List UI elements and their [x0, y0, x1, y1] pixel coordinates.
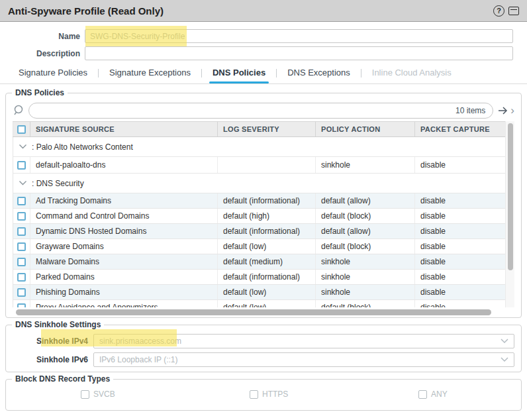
dns-policies-table-body: : Palo Alto Networks Contentdefault-palo…	[13, 137, 506, 308]
dns-policies-table: SIGNATURE SOURCE LOG SEVERITY POLICY ACT…	[13, 121, 506, 307]
svcb-checkbox-item: SVCB	[81, 390, 115, 399]
cell-packet-capture: disable	[415, 300, 506, 308]
cell-packet-capture: disable	[415, 239, 506, 254]
tab-separator	[201, 69, 202, 78]
sinkhole-ipv6-label: Sinkhole IPv6	[13, 355, 93, 364]
cell-policy-action: default (allow)	[316, 193, 415, 209]
dns-sinkhole-legend: DNS Sinkhole Settings	[12, 320, 104, 329]
cell-signature-source: Ad Tracking Domains	[30, 193, 218, 209]
cell-packet-capture: disable	[415, 224, 506, 239]
sinkhole-ipv6-value: IPv6 Loopback IP (::1)	[99, 355, 501, 364]
table-row[interactable]: Parked Domainsdefault (informational)sin…	[13, 270, 506, 285]
tab-dns-policies[interactable]: DNS Policies	[203, 64, 275, 83]
cell-log-severity: default (informational)	[218, 270, 316, 285]
table-row[interactable]: Command and Control Domainsdefault (high…	[13, 209, 506, 224]
select-all-checkbox[interactable]	[17, 125, 26, 134]
row-checkbox[interactable]	[17, 197, 26, 205]
name-input[interactable]: SWG-DNS-Security-Profile	[85, 29, 513, 43]
row-checkbox[interactable]	[17, 161, 26, 170]
tab-separator	[361, 69, 361, 78]
forward-arrow-icon[interactable]	[497, 106, 509, 115]
search-icon[interactable]	[13, 104, 26, 117]
chevron-down-icon[interactable]	[19, 144, 27, 150]
cell-packet-capture: disable	[415, 254, 506, 270]
cell-packet-capture: disable	[415, 285, 506, 300]
table-header-row: SIGNATURE SOURCE LOG SEVERITY POLICY ACT…	[13, 122, 506, 137]
row-checkbox[interactable]	[17, 242, 26, 251]
svcb-checkbox[interactable]	[81, 390, 89, 399]
cell-log-severity: default (low)	[218, 300, 316, 308]
cell-packet-capture: disable	[415, 157, 506, 174]
block-dns-panel: Block DNS Record Types SVCB HTTPS ANY	[5, 379, 522, 411]
tab-dns-exceptions[interactable]: DNS Exceptions	[278, 64, 359, 83]
row-checkbox[interactable]	[17, 273, 26, 282]
help-icon[interactable]: ?	[493, 5, 504, 17]
col-log-severity[interactable]: LOG SEVERITY	[218, 122, 316, 137]
cell-signature-source: Grayware Domains	[30, 239, 218, 254]
cell-signature-source: default-paloalto-dns	[30, 157, 218, 174]
group-label: : DNS Security	[32, 179, 84, 188]
col-policy-action[interactable]: POLICY ACTION	[316, 122, 415, 137]
any-label: ANY	[431, 390, 448, 399]
window-icon[interactable]	[508, 7, 519, 15]
cell-log-severity: default (low)	[218, 285, 316, 300]
table-row[interactable]: Phishing Domainsdefault (low)sinkholedis…	[13, 285, 506, 300]
col-packet-capture[interactable]: PACKET CAPTURE	[415, 122, 506, 137]
horizontal-scrollbar-thumb[interactable]	[16, 309, 491, 315]
sinkhole-ipv4-select[interactable]: sink.prismaaccess.com	[93, 334, 514, 348]
tab-separator	[276, 69, 277, 78]
table-row[interactable]: Dynamic DNS Hosted Domainsdefault (infor…	[13, 224, 506, 239]
profile-form: Name SWG-DNS-Security-Profile Descriptio…	[0, 22, 527, 60]
cell-policy-action: sinkhole	[316, 285, 415, 300]
filter-input[interactable]: 10 items	[28, 103, 493, 119]
anti-spyware-profile-dialog: Anti-Spyware Profile (Read Only) ? Name …	[0, 0, 527, 420]
chevron-down-icon[interactable]	[19, 180, 27, 186]
table-row[interactable]: Grayware Domainsdefault (low)default (bl…	[13, 239, 506, 254]
cell-signature-source: Command and Control Domains	[30, 209, 218, 224]
row-checkbox[interactable]	[17, 303, 26, 307]
profile-tabs: Signature Policies Signature Exceptions …	[0, 64, 527, 84]
cell-policy-action: default (block)	[316, 239, 415, 254]
description-input[interactable]	[85, 46, 513, 60]
table-row[interactable]: Proxy Avoidance and Anonymizersdefault (…	[13, 300, 506, 308]
row-checkbox[interactable]	[17, 212, 26, 221]
any-checkbox[interactable]	[418, 390, 427, 399]
cell-policy-action: default (allow)	[316, 224, 415, 239]
group-row[interactable]: : DNS Security	[13, 174, 506, 193]
tab-signature-policies[interactable]: Signature Policies	[9, 64, 97, 83]
tab-separator	[98, 69, 99, 78]
col-signature-source[interactable]: SIGNATURE SOURCE	[30, 122, 218, 137]
group-label: : Palo Alto Networks Content	[32, 142, 133, 152]
dialog-titlebar: Anti-Spyware Profile (Read Only) ?	[0, 0, 527, 22]
vertical-scrollbar[interactable]	[505, 121, 514, 307]
description-label: Description	[0, 49, 85, 58]
row-checkbox[interactable]	[17, 227, 26, 236]
table-row[interactable]: Malware Domainsdefault (medium)sinkholed…	[13, 254, 506, 270]
cell-policy-action: sinkhole	[316, 254, 415, 270]
cell-log-severity: default (informational)	[218, 193, 316, 209]
row-checkbox[interactable]	[17, 258, 26, 266]
https-checkbox[interactable]	[250, 390, 258, 399]
cell-log-severity	[218, 157, 316, 174]
svcb-label: SVCB	[93, 390, 115, 399]
dialog-title: Anti-Spyware Profile (Read Only)	[8, 5, 493, 17]
group-row[interactable]: : Palo Alto Networks Content	[13, 137, 506, 157]
vertical-scrollbar-thumb[interactable]	[508, 123, 513, 270]
cell-policy-action: default (block)	[316, 209, 415, 224]
cell-packet-capture: disable	[415, 193, 506, 209]
horizontal-scrollbar[interactable]	[13, 309, 514, 317]
more-icon[interactable]: ›	[510, 105, 514, 116]
sinkhole-ipv6-select[interactable]: IPv6 Loopback IP (::1)	[93, 352, 514, 367]
row-checkbox[interactable]	[17, 288, 26, 297]
block-dns-legend: Block DNS Record Types	[12, 374, 113, 384]
cell-log-severity: default (low)	[218, 239, 316, 254]
cell-log-severity: default (high)	[218, 209, 316, 224]
sinkhole-ipv4-label: Sinkhole IPv4	[13, 337, 93, 346]
tab-signature-exceptions[interactable]: Signature Exceptions	[100, 64, 200, 83]
dns-policies-legend: DNS Policies	[12, 88, 68, 97]
chevron-down-icon	[501, 339, 508, 344]
table-row[interactable]: default-paloalto-dnssinkholedisable	[13, 157, 506, 174]
cell-signature-source: Phishing Domains	[30, 285, 218, 300]
table-row[interactable]: Ad Tracking Domainsdefault (informationa…	[13, 193, 506, 209]
name-label: Name	[0, 32, 85, 41]
